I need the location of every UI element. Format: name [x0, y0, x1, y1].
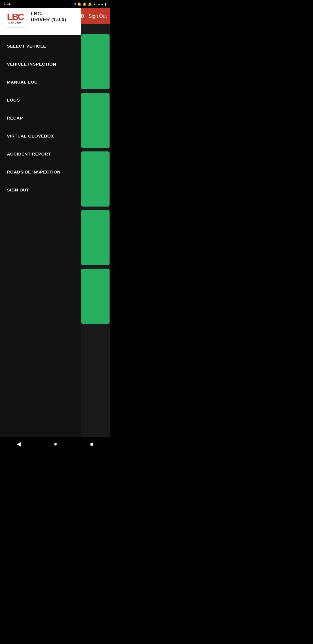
- settings-icon: ⚙: [73, 2, 76, 6]
- bg-card-1: [81, 34, 110, 89]
- bg-card-4: [81, 210, 110, 265]
- bg-card-3: [81, 151, 110, 207]
- menu-item-recap[interactable]: RECAP: [0, 109, 81, 127]
- wifi-icon: ▲: [93, 2, 96, 6]
- status-icons: ⚙ 🔔 🔔 🔔 ▲ ▲▲ ▮: [73, 2, 107, 6]
- menu-item-logs[interactable]: LOGS: [0, 91, 81, 109]
- menu-item-manual-log[interactable]: MANUAL LOG: [0, 73, 81, 91]
- notification-icon-3: 🔔: [88, 2, 92, 6]
- app-name-version: LBC-DRIVER (1.0.0): [31, 11, 77, 23]
- notification-icon-2: 🔔: [83, 2, 87, 6]
- recents-button[interactable]: ■: [83, 438, 101, 450]
- svg-text:DRIVER: DRIVER: [8, 21, 22, 24]
- menu-item-vehicle-inspection[interactable]: VEHICLE INSPECTION: [0, 55, 81, 73]
- status-time: 7:24: [3, 2, 10, 6]
- menu-item-roadside-inspection[interactable]: ROADSIDE INSPECTION: [0, 163, 81, 181]
- back-button[interactable]: ◀: [10, 438, 28, 450]
- home-button[interactable]: ●: [47, 438, 64, 450]
- sign-out-bg-label[interactable]: Sign Out: [89, 14, 107, 19]
- app-title: LBC-DRIVER (1.0.0): [31, 11, 66, 22]
- battery-icon: ▮: [105, 2, 107, 6]
- bg-card-2: [81, 93, 110, 148]
- menu-item-select-vehicle[interactable]: SELECT VEHICLE: [0, 37, 81, 55]
- drawer-menu: SELECT VEHICLE VEHICLE INSPECTION MANUAL…: [0, 35, 81, 451]
- menu-item-accident-report[interactable]: ACCIDENT REPORT: [0, 145, 81, 163]
- menu-item-sign-out[interactable]: SIGN OUT: [0, 181, 81, 199]
- bottom-nav-bar: ◀ ● ■: [0, 437, 110, 451]
- signal-icon: ▲▲: [97, 2, 104, 6]
- menu-item-virtual-glovebox[interactable]: VIRTUAL GLOVEBOX: [0, 127, 81, 145]
- notification-icon-1: 🔔: [77, 2, 81, 6]
- status-bar: 7:24 ⚙ 🔔 🔔 🔔 ▲ ▲▲ ▮: [0, 0, 110, 8]
- navigation-drawer: L B C DRIVER LBC-DRIVER (1.0.0) SELECT V…: [0, 0, 81, 451]
- bg-card-5: [81, 269, 110, 324]
- app-logo: L B C DRIVER: [5, 6, 26, 28]
